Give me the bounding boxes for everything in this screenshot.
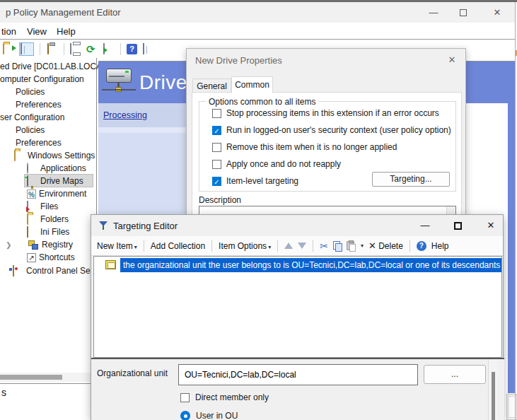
paste-caret-icon[interactable]: ▾ [361,243,364,249]
checkbox-unchecked[interactable] [180,393,190,402]
help-circle-icon[interactable]: ? [417,241,426,251]
copy-icon[interactable] [333,241,342,250]
targeting-items-list[interactable]: the organizational unit the user belongs… [93,256,502,358]
clipboard-icon[interactable] [46,44,58,55]
mmc-minimize-button[interactable]: — [422,2,446,23]
tree-item-shortcuts[interactable]: ↗Shortcuts [27,251,75,264]
toolbar-separator [211,240,212,252]
environment-icon: % [27,189,36,199]
mmc-maximize-button[interactable] [460,9,467,16]
organizational-unit-item-icon [105,260,116,269]
help-button[interactable]: Help [431,241,449,251]
te-close-button[interactable]: ✕ [477,215,504,236]
processing-link[interactable]: Processing [103,110,147,120]
mmc-window-title: p Policy Management Editor [6,7,121,18]
tree-item-policies-user[interactable]: Policies [16,124,45,136]
checkbox-checked[interactable]: ✓ [212,126,221,135]
option-stop-processing[interactable]: Stop processing items in this extension … [212,108,439,118]
mmc-bottom-edge [0,383,91,384]
user-in-ou-option[interactable]: User in OU [180,411,238,420]
option-run-in-user-context[interactable]: ✓ Run in logged-on user's security conte… [212,125,451,135]
tree-item-registry[interactable]: ❯Registry [6,238,73,251]
checkbox-unchecked[interactable] [212,109,221,118]
tree-item-computer-configuration[interactable]: omputer Configuration [0,73,84,86]
tree-item-preferences-user[interactable]: Preferences [16,136,62,149]
refresh-icon[interactable]: ⟳ [86,44,98,55]
checkbox-checked[interactable]: ✓ [212,177,221,186]
tree-item-folders[interactable]: Folders [27,213,69,226]
tree-item-windows-settings[interactable]: Windows Settings [14,149,95,162]
help-icon[interactable]: ? [127,44,137,54]
tab-general[interactable]: General [192,78,231,93]
add-collection-button[interactable]: Add Collection [151,241,205,251]
new-window-icon[interactable] [143,44,155,55]
toolbar-separator [277,240,278,252]
delete-button[interactable]: ✕ Delete [368,240,403,251]
menu-view[interactable]: View [27,26,47,37]
browse-button[interactable]: ... [424,365,486,384]
move-up-icon[interactable] [284,243,293,249]
targeting-item-row[interactable]: the organizational unit the user belongs… [94,258,501,272]
drive-header-icon [106,67,134,95]
print-icon[interactable] [70,44,82,55]
detail-scrollbar-thumb[interactable] [492,372,495,420]
caret-down-icon: ▾ [134,244,137,250]
item-options-button[interactable]: Item Options▾ [219,241,271,251]
organizational-unit-input[interactable] [178,364,418,385]
new-drive-properties-dialog: New Drive Properties ✕ General Common Op… [186,48,466,216]
tree-item-mapped-drive[interactable]: ed Drive [DC01.LAB.LOCA [0,60,102,73]
tree-item-applications[interactable]: Applications [27,162,86,175]
description-label: Description [199,195,241,205]
tree-item-control-panel-settings[interactable]: Control Panel Sett [13,264,95,277]
pane-title: Drive [139,71,187,94]
checkbox-unchecked[interactable] [212,160,221,169]
folder-icon [14,151,25,161]
radio-selected-icon[interactable] [180,411,190,420]
targeting-editor-detail-panel: Organizational unit ... Direct member on… [91,358,504,420]
checkbox-unchecked[interactable] [212,143,221,152]
te-minimize-button[interactable]: — [412,215,438,236]
direct-member-only-option[interactable]: Direct member only [180,392,269,402]
targeting-editor-titlebar: Targeting Editor — ✕ [91,215,503,236]
shortcuts-icon: ↗ [27,253,36,262]
menu-help[interactable]: Help [57,26,76,37]
mmc-close-button[interactable]: ✕ [485,2,509,23]
tree-item-policies[interactable]: Policies [16,86,45,98]
chevron-right-icon[interactable]: ❯ [6,241,11,249]
toolbar-separator [313,240,313,252]
tree-item-drive-maps[interactable]: Drive Maps [27,175,83,187]
paste-icon[interactable] [347,241,354,250]
tree-item-user-configuration[interactable]: ser Configuration [0,111,64,124]
tree-scrollbar-thumb[interactable] [0,375,62,380]
move-down-icon[interactable] [298,243,306,249]
tree-item-files[interactable]: Files [27,200,58,213]
filter-funnel-icon [99,221,109,231]
registry-icon [28,240,39,250]
tree-item-environment[interactable]: %Environment [27,187,86,200]
menu-action[interactable]: tion [1,26,16,37]
tree-item-preferences[interactable]: Preferences [16,98,62,111]
show-console-tree-icon[interactable] [19,42,34,56]
tree-item-ini-files[interactable]: Ini Files [27,226,69,238]
tab-common[interactable]: Common [231,76,273,93]
toolbar-separator [144,240,144,252]
option-item-level-targeting[interactable]: ✓ Item-level targeting [212,176,298,186]
toolbar-separator [409,240,410,252]
option-apply-once[interactable]: Apply once and do not reapply [212,159,341,169]
targeting-button[interactable]: Targeting... [372,172,450,187]
new-item-button[interactable]: New Item▾ [97,241,137,251]
detail-panel-scrollbar[interactable] [488,359,497,420]
tree-divider [96,58,97,214]
screen: p Policy Management Editor — ✕ tion View… [0,0,517,420]
dialog-close-icon[interactable]: ✕ [444,53,460,67]
import-folder-icon[interactable] [3,44,15,55]
export-list-icon[interactable] [103,44,115,55]
option-remove-when-not-applied[interactable]: Remove this item when it is no longer ap… [212,142,397,152]
delete-x-icon: ✕ [368,240,376,251]
organizational-unit-label: Organizational unit [97,368,168,378]
te-maximize-button[interactable] [454,222,462,230]
options-group-label: Options common to all items [206,97,318,107]
targeting-item-selected[interactable]: the organizational unit the user belongs… [120,258,501,272]
cut-icon[interactable]: ✂ [320,240,328,252]
applications-icon [27,163,37,174]
